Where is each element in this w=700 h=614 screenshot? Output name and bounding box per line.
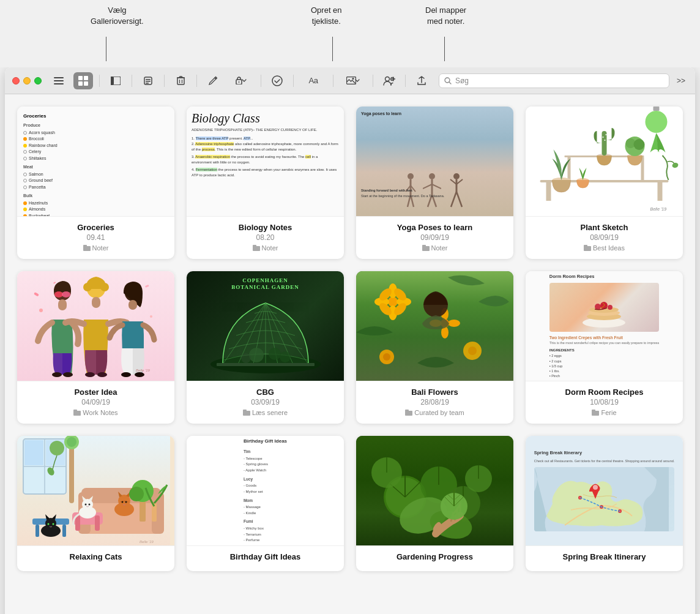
- svg-rect-146: [62, 525, 66, 537]
- note-preview-cats: Belle '19: [17, 436, 174, 546]
- svg-point-161: [129, 487, 144, 501]
- media-button[interactable]: [340, 72, 367, 89]
- note-preview-spring: Spring Break Itinerary Check out all Res…: [526, 436, 683, 546]
- note-preview-yoga: Yoga poses to learn Standing forward ben…: [356, 107, 513, 217]
- folder-icon: [253, 245, 260, 251]
- note-card-dorm[interactable]: Dorm Room Recipes: [526, 271, 683, 424]
- main-window: Aa: [5, 67, 695, 614]
- note-title-spring: Spring Break Itinerary: [533, 552, 676, 561]
- folder-icon: [592, 410, 599, 416]
- note-folder-groceries: Noter: [24, 244, 167, 252]
- svg-rect-8: [111, 77, 114, 85]
- folder-icon: [584, 245, 591, 251]
- note-date-poster: 04/09/19: [24, 398, 167, 406]
- compose-button[interactable]: [203, 72, 223, 89]
- svg-rect-71: [34, 292, 39, 296]
- note-card-biology[interactable]: Biology Class ADENOSINE TRIPHOSPHATE (AT…: [187, 107, 344, 259]
- note-card-spring[interactable]: Spring Break Itinerary Check out all Res…: [526, 436, 683, 571]
- folder-icon: [73, 410, 81, 416]
- note-info-biology: Biology Notes 08.20 Noter: [187, 217, 344, 259]
- share-upload-button[interactable]: [412, 72, 431, 89]
- svg-rect-1: [54, 80, 64, 81]
- svg-rect-78: [58, 299, 67, 310]
- separator-6: [293, 75, 294, 87]
- svg-text:Belle '19: Belle '19: [650, 207, 667, 211]
- expand-button[interactable]: >>: [674, 77, 688, 85]
- svg-rect-13: [177, 78, 184, 84]
- format-button[interactable]: [138, 72, 158, 89]
- note-preview-biology: Biology Class ADENOSINE TRIPHOSPHATE (AT…: [187, 107, 344, 217]
- svg-rect-88: [128, 300, 137, 310]
- sidebar-toggle-button[interactable]: [106, 72, 125, 89]
- list-view-button[interactable]: [49, 72, 69, 89]
- note-date-bali: 28/08/19: [363, 398, 506, 406]
- note-preview-birthday: Birthday Gift Ideas Tim - Telescope - Sp…: [187, 436, 344, 546]
- note-card-bali[interactable]: Bali Flowers 28/08/19 Curated by team: [356, 271, 513, 424]
- annotation-line-checklist: [332, 37, 333, 61]
- text-format-button[interactable]: Aa: [300, 72, 327, 89]
- svg-point-132: [50, 441, 64, 455]
- svg-line-30: [449, 82, 451, 84]
- note-folder-yoga: Noter: [363, 244, 506, 252]
- note-title-cbg: CBG: [194, 387, 337, 397]
- separator-7: [333, 75, 333, 87]
- note-card-gardening[interactable]: Gardening Progress: [356, 436, 513, 571]
- note-date-biology: 08.20: [194, 233, 337, 242]
- note-info-gardening: Gardening Progress: [356, 546, 513, 571]
- lock-button[interactable]: [228, 72, 255, 89]
- note-date-plant: 08/09/19: [533, 233, 676, 242]
- folder-icon: [83, 245, 91, 251]
- svg-text:Belle '19: Belle '19: [140, 540, 154, 544]
- search-placeholder: Søg: [455, 77, 469, 85]
- note-card-birthday[interactable]: Birthday Gift Ideas Tim - Telescope - Sp…: [187, 436, 344, 571]
- note-card-cbg[interactable]: COPENHAGENBOTANICAL GARDEN: [187, 271, 344, 424]
- note-folder-poster: Work Notes: [24, 409, 167, 416]
- note-card-groceries[interactable]: Groceries Produce Acorn squash Broccoli …: [17, 107, 174, 259]
- annotation-line-gallery: [106, 37, 106, 61]
- search-bar[interactable]: Søg: [439, 73, 669, 88]
- svg-rect-130: [24, 440, 43, 465]
- svg-point-25: [385, 77, 390, 81]
- svg-point-124: [595, 304, 601, 310]
- svg-rect-143: [95, 515, 100, 531]
- svg-text:Belle '19: Belle '19: [136, 369, 150, 372]
- note-card-poster[interactable]: Belle '19 Poster Idea 04/09/19 Work Note…: [17, 271, 174, 424]
- separator-3: [164, 75, 165, 87]
- svg-rect-3: [78, 76, 83, 80]
- svg-point-58: [603, 137, 604, 138]
- svg-point-37: [429, 173, 435, 179]
- svg-point-59: [605, 140, 606, 141]
- note-card-yoga[interactable]: Yoga poses to learn Standing forward ben…: [356, 107, 513, 259]
- note-info-groceries: Groceries 09.41 Noter: [17, 217, 174, 259]
- minimize-button[interactable]: [23, 77, 31, 84]
- trash-button[interactable]: [171, 72, 190, 89]
- svg-point-79: [52, 372, 62, 377]
- svg-rect-0: [54, 77, 64, 78]
- svg-point-157: [48, 523, 50, 525]
- notes-content: Groceries Produce Acorn squash Broccoli …: [5, 94, 695, 614]
- separator-9: [405, 75, 406, 87]
- svg-rect-67: [653, 107, 660, 111]
- annotation-line-share: [444, 37, 445, 61]
- gallery-view-button[interactable]: [73, 72, 93, 89]
- note-card-plant[interactable]: Belle '19 Plant Sketch 08/09/19 Best Ide…: [526, 107, 683, 259]
- svg-point-65: [646, 111, 668, 133]
- svg-point-136: [67, 437, 76, 447]
- maximize-button[interactable]: [34, 77, 42, 84]
- svg-rect-134: [69, 442, 74, 503]
- note-folder-bali: Curated by team: [363, 409, 506, 416]
- checklist-button[interactable]: [267, 72, 287, 89]
- separator-1: [99, 75, 100, 87]
- note-date-cbg: 03/09/19: [194, 398, 337, 406]
- notes-grid: Groceries Produce Acorn squash Broccoli …: [17, 107, 683, 571]
- note-folder-cbg: Læs senere: [194, 409, 337, 416]
- close-button[interactable]: [12, 77, 20, 84]
- note-date-groceries: 09.41: [24, 233, 167, 242]
- svg-point-80: [63, 372, 73, 377]
- note-info-dorm: Dorm Room Recipes 10/08/19 Ferie: [526, 381, 683, 424]
- note-info-bali: Bali Flowers 28/08/19 Curated by team: [356, 381, 513, 424]
- share-people-button[interactable]: [379, 72, 399, 89]
- note-card-cats[interactable]: Belle '19 Relaxing Cats: [17, 436, 174, 571]
- note-info-cbg: CBG 03/09/19 Læs senere: [187, 381, 344, 424]
- svg-point-153: [122, 501, 124, 503]
